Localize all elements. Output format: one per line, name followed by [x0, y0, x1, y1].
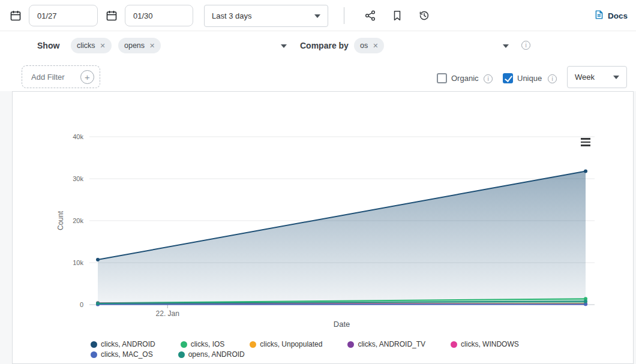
chevron-down-icon — [613, 76, 619, 79]
calendar-icon[interactable] — [9, 9, 22, 22]
unique-info-icon[interactable]: i — [548, 74, 557, 83]
filters-panel: Show clicks ✕ opens ✕ Compare by os ✕ i … — [0, 31, 636, 91]
docs-label: Docs — [608, 11, 628, 20]
legend-label: opens, ANDROID — [188, 350, 245, 359]
legend-item[interactable]: clicks, IOS — [181, 340, 225, 349]
y-tick-label: 20k — [73, 217, 83, 224]
organic-label: Organic — [451, 74, 479, 83]
start-date-input[interactable] — [29, 5, 98, 26]
x-tick-label: 22. Jan — [156, 309, 179, 318]
legend-label: clicks, ANDROID — [101, 340, 155, 349]
data-point-marker[interactable] — [96, 302, 100, 305]
legend-item[interactable]: opens, ANDROID — [178, 350, 245, 359]
docs-icon — [594, 10, 604, 22]
add-filter-label: Add Filter — [31, 73, 65, 82]
legend-marker-icon — [451, 341, 457, 348]
timeseries-chart: 010k20k30k40k22. JanCountDate — [13, 92, 634, 364]
data-point-marker[interactable] — [584, 169, 587, 173]
legend-marker-icon — [250, 341, 256, 348]
unique-checkbox[interactable] — [503, 73, 513, 83]
legend-marker-icon — [91, 341, 97, 348]
y-tick-label: 10k — [73, 259, 83, 266]
chip-remove-icon[interactable]: ✕ — [149, 43, 155, 49]
chart-legend: clicks, ANDROIDclicks, IOSclicks, Unpopu… — [91, 340, 583, 359]
legend-label: clicks, WINDOWS — [461, 340, 519, 349]
share-button[interactable] — [359, 5, 381, 26]
interval-select[interactable]: Week — [567, 66, 627, 88]
chip-label: clicks — [77, 41, 95, 50]
add-filter-button[interactable]: Add Filter + — [22, 65, 100, 88]
chip-label: opens — [124, 41, 145, 50]
legend-label: clicks, MAC_OS — [101, 350, 153, 359]
organic-checkbox[interactable] — [437, 73, 447, 83]
legend-label: clicks, ANDROID_TV — [358, 340, 425, 349]
docs-link[interactable]: Docs — [594, 0, 628, 31]
compare-chip-os[interactable]: os ✕ — [354, 38, 384, 53]
bookmark-button[interactable] — [386, 5, 408, 26]
legend-marker-icon — [347, 341, 354, 348]
legend-item[interactable]: clicks, Unpopulated — [250, 340, 322, 349]
x-axis-title: Date — [334, 320, 350, 329]
legend-label: clicks, Unpopulated — [260, 340, 322, 349]
plus-icon: + — [80, 70, 94, 84]
end-date-input[interactable] — [125, 5, 193, 26]
y-tick-label: 0 — [80, 301, 83, 308]
data-point-marker[interactable] — [584, 299, 587, 303]
data-point-marker[interactable] — [96, 258, 100, 261]
chip-remove-icon[interactable]: ✕ — [373, 43, 378, 49]
compare-by-label: Compare by — [300, 40, 349, 52]
date-range-value: Last 3 days — [212, 11, 252, 20]
legend-item[interactable]: clicks, ANDROID_TV — [347, 340, 425, 349]
show-dropdown-caret-icon[interactable] — [281, 44, 287, 48]
y-tick-label: 30k — [73, 175, 83, 182]
interval-value: Week — [575, 73, 595, 82]
show-label: Show — [37, 40, 59, 52]
organic-info-icon[interactable]: i — [484, 74, 493, 83]
show-chip-opens[interactable]: opens ✕ — [118, 38, 161, 53]
series-area — [98, 171, 586, 305]
chip-remove-icon[interactable]: ✕ — [100, 43, 106, 49]
compare-dropdown-caret-icon[interactable] — [503, 44, 509, 48]
compare-info-icon[interactable]: i — [521, 41, 530, 50]
legend-item[interactable]: clicks, MAC_OS — [91, 350, 153, 359]
show-chip-clicks[interactable]: clicks ✕ — [71, 38, 112, 53]
y-tick-label: 40k — [73, 133, 83, 140]
top-toolbar: Last 3 days Docs — [0, 0, 636, 31]
legend-marker-icon — [181, 341, 187, 348]
chart-card: 010k20k30k40k22. JanCountDate clicks, AN… — [12, 91, 634, 364]
unique-label: Unique — [517, 74, 542, 83]
legend-item[interactable]: clicks, WINDOWS — [451, 340, 519, 349]
legend-label: clicks, IOS — [191, 340, 225, 349]
date-range-select[interactable]: Last 3 days — [204, 5, 328, 27]
legend-marker-icon — [178, 351, 185, 358]
legend-item[interactable]: clicks, ANDROID — [91, 340, 155, 349]
chart-context-menu-button[interactable] — [579, 136, 592, 148]
legend-marker-icon — [91, 351, 97, 358]
history-button[interactable] — [413, 5, 435, 26]
y-axis-title: Count — [56, 210, 65, 230]
toolbar-divider — [344, 7, 344, 24]
calendar-icon[interactable] — [105, 9, 118, 22]
chip-label: os — [360, 41, 368, 50]
chevron-down-icon — [314, 14, 320, 18]
